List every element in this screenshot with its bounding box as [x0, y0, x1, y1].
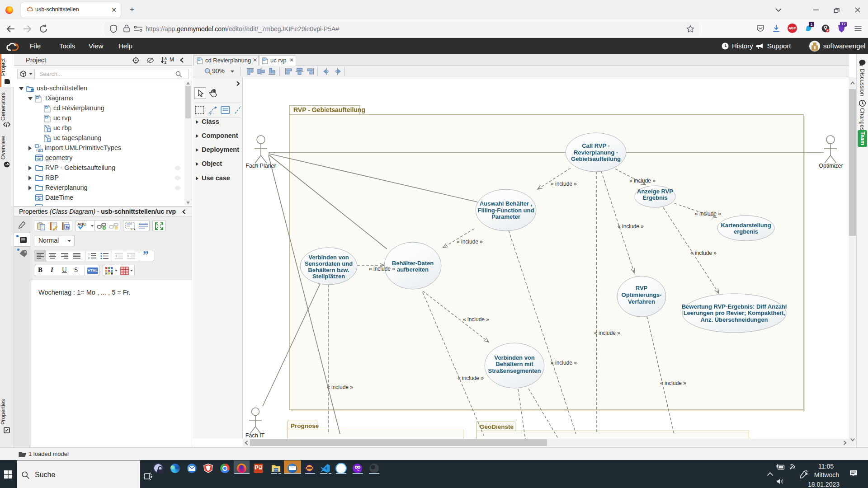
svg-text:Parameter: Parameter — [491, 213, 520, 220]
svg-text:« include »: « include » — [551, 360, 577, 366]
svg-text:Auswahl Behälter ,: Auswahl Behälter , — [480, 200, 532, 207]
svg-text:« include »: « include » — [551, 181, 577, 187]
svg-text:‹›: ‹› — [131, 227, 136, 231]
svg-text:« include »: « include » — [327, 384, 353, 390]
svg-text:A: A — [165, 56, 167, 61]
svg-text:Call RVP -: Call RVP - — [582, 142, 610, 149]
svg-text:« include »: « include » — [618, 223, 644, 230]
svg-text:Verbinden von: Verbinden von — [494, 354, 535, 361]
svg-text:Z: Z — [165, 61, 167, 64]
svg-text:Revierplanung -: Revierplanung - — [574, 149, 618, 156]
svg-text:GeoDienste: GeoDienste — [480, 423, 514, 430]
svg-text:RVP - Gebietsaufteilung: RVP - Gebietsaufteilung — [293, 106, 365, 113]
svg-text:Optimierungs-: Optimierungs- — [622, 291, 662, 298]
svg-text:RVP: RVP — [636, 285, 648, 291]
svg-text:Fach Planer: Fach Planer — [245, 163, 276, 169]
svg-text:Anz. Überschneidungen: Anz. Überschneidungen — [701, 316, 768, 323]
svg-text:Behälter-Daten: Behälter-Daten — [392, 260, 434, 267]
svg-text:‹D›: ‹D› — [36, 157, 41, 161]
svg-text:Prognose: Prognose — [291, 422, 319, 429]
svg-text:Bewertung RVP-Ergebnis: Diff A: Bewertung RVP-Ergebnis: Diff Anzahl — [682, 303, 787, 310]
svg-text:« include »: « include » — [458, 375, 484, 381]
svg-text:Verbinden von: Verbinden von — [308, 254, 349, 261]
svg-text:« include »: « include » — [660, 380, 686, 386]
svg-text:W: W — [66, 225, 70, 230]
svg-text:« include »: « include » — [369, 266, 395, 272]
svg-text:« include »: « include » — [629, 178, 656, 184]
svg-text:2: 2 — [88, 257, 90, 259]
svg-text:aufbereiten: aufbereiten — [397, 266, 429, 273]
svg-text:Ergebnis: Ergebnis — [642, 194, 668, 201]
svg-text:Fach IT: Fach IT — [245, 432, 265, 439]
svg-text:Optimizer: Optimizer — [819, 163, 843, 169]
svg-text:Verfahren: Verfahren — [628, 298, 655, 305]
svg-text:‹I›: ‹I› — [36, 149, 42, 153]
svg-text:Anzeige RVP: Anzeige RVP — [637, 188, 673, 195]
svg-text:Sensordaten und: Sensordaten und — [305, 260, 353, 267]
svg-text:ergbenis: ergbenis — [734, 228, 758, 235]
svg-text:« include »: « include » — [594, 330, 620, 336]
svg-text:Gebietsaufteilung: Gebietsaufteilung — [571, 155, 621, 162]
svg-text:1: 1 — [88, 253, 90, 256]
svg-text:Behältern mit: Behältern mit — [495, 361, 533, 367]
svg-text:‹D›: ‹D› — [36, 197, 41, 201]
svg-text:Kartendarstellung: Kartendarstellung — [721, 222, 771, 229]
svg-text:ABC: ABC — [77, 222, 86, 226]
svg-text:Leerungen pro Revier; Kompakth: Leerungen pro Revier; Kompaktheit, — [684, 310, 785, 316]
svg-text:« include »: « include » — [457, 239, 483, 245]
svg-text:Filling-Function und: Filling-Function und — [478, 207, 534, 214]
svg-text:« include »: « include » — [695, 211, 721, 217]
svg-text:Stellplätzen: Stellplätzen — [312, 273, 345, 280]
svg-text:« include »: « include » — [463, 316, 489, 323]
svg-text:Behältern bzw.: Behältern bzw. — [308, 267, 349, 273]
svg-text:« include »: « include » — [690, 250, 717, 256]
svg-text:Straßensegmenten: Straßensegmenten — [488, 367, 541, 374]
svg-text:‹F›: ‹F› — [208, 112, 214, 115]
